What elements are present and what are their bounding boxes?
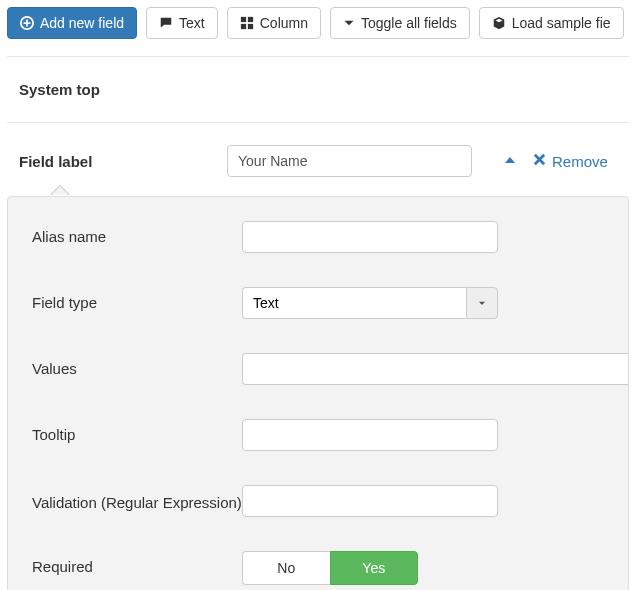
field-actions: Remove — [502, 152, 608, 171]
column-label: Column — [260, 15, 308, 31]
required-yes-button[interactable]: Yes — [330, 551, 419, 585]
svg-rect-2 — [248, 17, 253, 22]
values-input[interactable] — [242, 353, 628, 385]
required-label: Required — [32, 551, 242, 575]
chevron-up-icon — [502, 152, 518, 171]
section-title: System top — [0, 57, 636, 122]
alias-name-row: Alias name — [32, 221, 628, 253]
required-toggle: No Yes — [242, 551, 418, 585]
collapse-button[interactable] — [502, 152, 518, 171]
field-type-dropdown[interactable] — [242, 287, 498, 319]
alias-name-input[interactable] — [242, 221, 498, 253]
field-label-input[interactable] — [227, 145, 472, 177]
required-no-button[interactable]: No — [242, 551, 330, 585]
field-label-row: Field label Remove — [0, 123, 636, 177]
svg-rect-1 — [241, 17, 246, 22]
tooltip-label: Tooltip — [32, 419, 242, 443]
alias-name-label: Alias name — [32, 221, 242, 245]
remove-label: Remove — [552, 153, 608, 170]
plus-circle-icon — [20, 16, 34, 30]
column-button[interactable]: Column — [227, 7, 321, 39]
values-row: Values — [32, 353, 628, 385]
comment-icon — [159, 16, 173, 30]
field-type-label: Field type — [32, 287, 242, 311]
grid-icon — [240, 16, 254, 30]
caret-down-icon — [477, 295, 487, 311]
remove-button[interactable]: Remove — [532, 152, 608, 170]
panel-arrow-container — [0, 177, 636, 196]
add-new-field-button[interactable]: Add new field — [7, 7, 137, 39]
load-sample-label: Load sample fie — [512, 15, 611, 31]
field-type-dropdown-toggle[interactable] — [466, 287, 498, 319]
values-label: Values — [32, 353, 242, 377]
svg-rect-3 — [241, 24, 246, 29]
tooltip-row: Tooltip — [32, 419, 628, 451]
panel-arrow-icon — [50, 185, 70, 195]
close-icon — [532, 152, 547, 170]
validation-input[interactable] — [242, 485, 498, 517]
chevron-down-icon — [343, 17, 355, 29]
field-label-title: Field label — [19, 153, 215, 170]
load-sample-button[interactable]: Load sample fie — [479, 7, 624, 39]
config-panel: Alias name Field type Values Tooltip Val… — [7, 196, 629, 590]
field-type-input[interactable] — [242, 287, 466, 319]
toggle-all-label: Toggle all fields — [361, 15, 457, 31]
tooltip-input[interactable] — [242, 419, 498, 451]
add-new-field-label: Add new field — [40, 15, 124, 31]
field-type-row: Field type — [32, 287, 628, 319]
required-row: Required No Yes — [32, 551, 628, 585]
validation-label: Validation (Regular Expression) — [32, 485, 242, 515]
toggle-all-fields-button[interactable]: Toggle all fields — [330, 7, 470, 39]
text-button[interactable]: Text — [146, 7, 218, 39]
cube-icon — [492, 16, 506, 30]
validation-row: Validation (Regular Expression) — [32, 485, 628, 517]
toolbar: Add new field Text Column Toggle all fie… — [0, 0, 636, 46]
text-label: Text — [179, 15, 205, 31]
svg-rect-4 — [248, 24, 253, 29]
